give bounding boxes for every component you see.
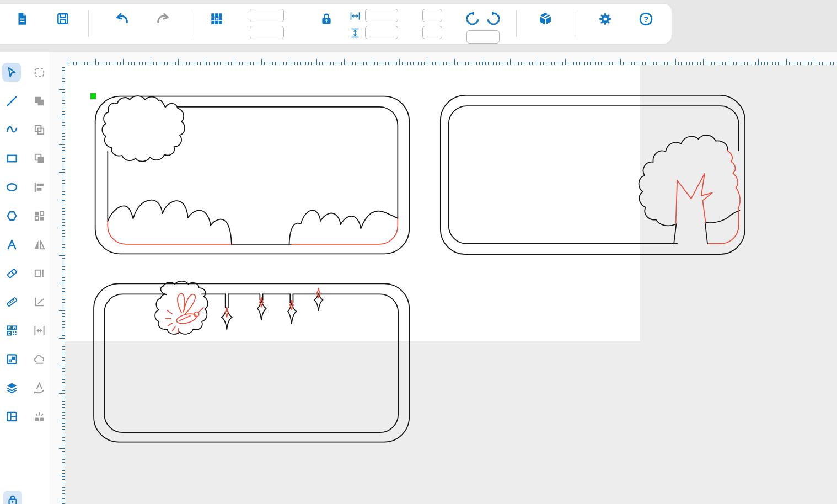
- qrcode-icon: [6, 324, 18, 337]
- padlock-icon: [6, 494, 19, 504]
- template-firefly-stars-frame[interactable]: [94, 281, 409, 442]
- undo-icon: [106, 9, 138, 28]
- rotation-angle-input[interactable]: [466, 30, 500, 44]
- proportional-lock-button[interactable]: [310, 9, 342, 29]
- tool-boolean-subtract[interactable]: [30, 149, 49, 168]
- tool-arrange-grid[interactable]: [30, 206, 49, 225]
- width-input[interactable]: [365, 9, 398, 22]
- intersect-icon: [33, 124, 46, 136]
- tool-break-apart[interactable]: [30, 407, 49, 426]
- origin-button[interactable]: [201, 9, 233, 29]
- ellipse-icon: [6, 181, 18, 194]
- rotate-cw-button[interactable]: [485, 10, 502, 27]
- mirror-icon: [33, 238, 46, 251]
- design-artwork: [65, 65, 837, 504]
- layers-icon: [6, 382, 18, 394]
- vertical-ruler: [50, 65, 65, 504]
- redo-icon: [147, 9, 179, 28]
- tool-crop[interactable]: [30, 264, 49, 282]
- tool-protractor-pen[interactable]: [30, 292, 49, 311]
- tool-mirror[interactable]: [30, 235, 49, 254]
- settings-button[interactable]: [589, 9, 621, 29]
- firefly-cloud: [155, 281, 208, 334]
- design-canvas[interactable]: [65, 65, 837, 504]
- create-button[interactable]: [529, 9, 561, 29]
- width-icon: [350, 10, 361, 22]
- tool-marquee-select[interactable]: [30, 63, 49, 82]
- tool-ellipse[interactable]: [2, 178, 21, 196]
- canvas-lock-button[interactable]: [3, 491, 22, 504]
- tool-eraser[interactable]: [2, 264, 21, 282]
- text-path-icon: [33, 382, 46, 394]
- crop-icon: [33, 267, 46, 280]
- tool-text[interactable]: [2, 235, 21, 254]
- subtract-icon: [33, 152, 46, 165]
- save-button[interactable]: [47, 9, 79, 29]
- help-button[interactable]: ?: [630, 9, 662, 29]
- redo-button[interactable]: [147, 9, 179, 29]
- cursor-icon: [6, 66, 18, 79]
- firefly-drawing: [165, 293, 203, 333]
- weld-icon: [33, 353, 46, 366]
- line-icon: [6, 95, 18, 108]
- tool-polygon[interactable]: [2, 206, 21, 225]
- toolbar-divider: [577, 10, 577, 37]
- tool-grid-layout[interactable]: [2, 407, 21, 426]
- grid-layout-icon: [6, 410, 18, 423]
- tool-boolean-intersect[interactable]: [30, 120, 49, 139]
- tool-layers[interactable]: [2, 378, 21, 397]
- main-toolbar: ?: [0, 4, 672, 44]
- image-icon: [6, 353, 18, 366]
- break-apart-icon: [33, 410, 46, 423]
- ruler-unit-label: [50, 52, 65, 65]
- template-cloud-bush-frame[interactable]: [95, 96, 410, 254]
- x-input[interactable]: [250, 9, 284, 22]
- curve-icon: [6, 124, 18, 136]
- polygon-icon: [6, 210, 18, 222]
- height-input[interactable]: [365, 26, 398, 39]
- arrange-icon: [33, 210, 46, 222]
- tree-trunk-right: [705, 223, 707, 244]
- undo-button[interactable]: [106, 9, 138, 29]
- template-tree-frame[interactable]: [441, 95, 745, 254]
- question-icon: ?: [630, 9, 662, 28]
- toolbar-divider: [516, 10, 517, 37]
- lock-icon: [310, 9, 342, 28]
- align-icon: [33, 181, 46, 194]
- tool-image-trace[interactable]: [2, 350, 21, 368]
- tool-align[interactable]: [30, 178, 49, 196]
- tool-weld-cloud[interactable]: [30, 350, 49, 368]
- eraser-icon: [6, 267, 18, 280]
- tool-text-on-path[interactable]: [30, 378, 49, 397]
- box-3d-icon: [529, 9, 561, 28]
- tool-select[interactable]: [2, 63, 21, 82]
- protractor-icon: [33, 296, 46, 308]
- tool-boolean-union[interactable]: [30, 92, 49, 110]
- tree-trunk-left: [674, 224, 676, 244]
- cloud-shape: [102, 96, 185, 162]
- tool-spacing[interactable]: [30, 321, 49, 340]
- tool-line[interactable]: [2, 92, 21, 110]
- tool-curve[interactable]: [2, 120, 21, 139]
- tool-ruler-measure[interactable]: [2, 292, 21, 311]
- marquee-icon: [33, 66, 46, 79]
- tree-canopy-fill: [639, 135, 741, 226]
- origin-grid-icon: [201, 9, 233, 28]
- toolbar-divider: [88, 10, 89, 37]
- ruler-icon: [6, 296, 18, 308]
- height-percent-input[interactable]: [422, 26, 442, 39]
- toolbar-divider: [192, 10, 192, 37]
- bush-right: [289, 210, 398, 244]
- tool-qr-code[interactable]: [2, 321, 21, 340]
- gear-icon: [589, 9, 621, 28]
- y-input[interactable]: [250, 26, 284, 39]
- rectangle-icon: [6, 152, 18, 165]
- rotate-ccw-button[interactable]: [464, 10, 481, 27]
- svg-text:?: ?: [643, 14, 648, 23]
- width-percent-input[interactable]: [422, 9, 442, 22]
- file-button[interactable]: [6, 9, 38, 29]
- origin-anchor-handle[interactable]: [90, 93, 96, 99]
- bush-left: [108, 200, 232, 244]
- tool-rectangle[interactable]: [2, 149, 21, 168]
- union-icon: [33, 95, 46, 108]
